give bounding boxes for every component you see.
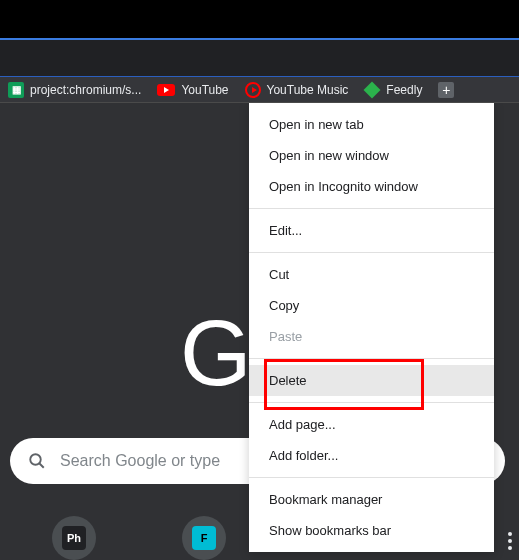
youtube-icon	[157, 84, 175, 96]
plus-icon: +	[438, 82, 454, 98]
bookmark-item-youtube[interactable]: YouTube	[157, 83, 228, 97]
bookmark-label: YouTube Music	[267, 83, 349, 97]
new-tab-content: G Search Google or type Ph F Open in new…	[0, 103, 519, 560]
shortcut-favicon: Ph	[62, 526, 86, 550]
menu-paste: Paste	[249, 321, 494, 352]
svg-point-0	[30, 454, 41, 465]
bookmark-item-feedly[interactable]: Feedly	[364, 82, 422, 98]
menu-divider	[249, 402, 494, 403]
context-menu: Open in new tab Open in new window Open …	[249, 103, 494, 552]
menu-copy[interactable]: Copy	[249, 290, 494, 321]
sheets-icon: ▦	[8, 82, 24, 98]
feedly-icon	[364, 81, 381, 98]
window-top-bar	[0, 0, 519, 38]
menu-edit[interactable]: Edit...	[249, 215, 494, 246]
menu-delete[interactable]: Delete	[249, 365, 494, 396]
menu-divider	[249, 252, 494, 253]
shortcut-tile[interactable]: Ph	[52, 516, 96, 560]
menu-open-new-window[interactable]: Open in new window	[249, 140, 494, 171]
shortcut-tile[interactable]: F	[182, 516, 226, 560]
menu-divider	[249, 208, 494, 209]
bookmarks-bar: ▦ project:chromium/s... YouTube YouTube …	[0, 77, 519, 103]
bookmark-item-youtube-music[interactable]: YouTube Music	[245, 82, 349, 98]
menu-open-incognito[interactable]: Open in Incognito window	[249, 171, 494, 202]
menu-cut[interactable]: Cut	[249, 259, 494, 290]
bookmark-item-project[interactable]: ▦ project:chromium/s...	[8, 82, 141, 98]
bookmark-label: Feedly	[386, 83, 422, 97]
bookmark-label: YouTube	[181, 83, 228, 97]
menu-add-folder[interactable]: Add folder...	[249, 440, 494, 471]
bookmark-add[interactable]: +	[438, 82, 454, 98]
youtube-music-icon	[245, 82, 261, 98]
shortcut-favicon: F	[192, 526, 216, 550]
menu-add-page[interactable]: Add page...	[249, 409, 494, 440]
search-placeholder: Search Google or type	[60, 452, 220, 470]
menu-divider	[249, 477, 494, 478]
menu-divider	[249, 358, 494, 359]
google-logo: G	[180, 301, 252, 406]
menu-bookmark-manager[interactable]: Bookmark manager	[249, 484, 494, 515]
menu-show-bookmarks-bar[interactable]: Show bookmarks bar	[249, 515, 494, 546]
svg-line-1	[39, 463, 44, 468]
more-menu-icon[interactable]	[503, 532, 517, 550]
search-icon	[28, 452, 46, 470]
menu-open-new-tab[interactable]: Open in new tab	[249, 109, 494, 140]
tab-strip[interactable]	[0, 40, 519, 76]
bookmark-label: project:chromium/s...	[30, 83, 141, 97]
